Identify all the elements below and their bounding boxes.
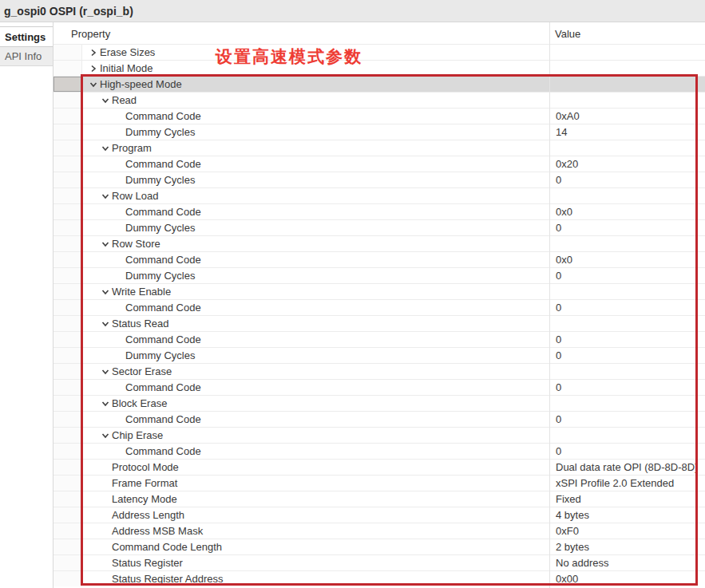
table-row[interactable]: Command Code0 bbox=[53, 443, 705, 459]
table-row[interactable]: Block Erase bbox=[53, 395, 705, 411]
row-gutter[interactable] bbox=[53, 236, 82, 251]
value-cell[interactable]: 0 bbox=[549, 268, 705, 283]
table-row[interactable]: Erase Sizes bbox=[53, 44, 705, 60]
chevron-down-icon[interactable] bbox=[101, 320, 110, 328]
table-row[interactable]: Command Code0x0 bbox=[53, 251, 705, 267]
table-row[interactable]: Dummy Cycles0 bbox=[53, 172, 705, 187]
table-row[interactable]: Status RegisterNo address bbox=[53, 554, 705, 570]
value-cell[interactable]: 0x0 bbox=[549, 204, 705, 219]
chevron-down-icon[interactable] bbox=[89, 81, 98, 89]
row-gutter[interactable] bbox=[53, 571, 82, 586]
chevron-down-icon[interactable] bbox=[101, 97, 110, 105]
table-row[interactable]: High-speed Mode bbox=[53, 76, 705, 92]
value-cell[interactable] bbox=[549, 364, 705, 379]
table-row[interactable]: Command Code0x0 bbox=[53, 203, 705, 219]
value-cell[interactable]: 0xA0 bbox=[549, 109, 705, 124]
value-cell[interactable]: 0x00 bbox=[549, 571, 705, 586]
value-cell[interactable] bbox=[549, 93, 705, 108]
value-cell[interactable]: 0 bbox=[549, 332, 705, 347]
row-gutter[interactable] bbox=[53, 412, 82, 427]
table-row[interactable]: Write Enable bbox=[53, 283, 705, 299]
table-row[interactable]: Status Read bbox=[53, 315, 705, 331]
row-gutter[interactable] bbox=[53, 220, 82, 235]
row-gutter[interactable] bbox=[53, 204, 82, 219]
table-row[interactable]: Latency ModeFixed bbox=[53, 491, 705, 507]
table-row[interactable]: Initial Mode bbox=[53, 60, 705, 76]
value-cell[interactable] bbox=[549, 428, 705, 443]
chevron-down-icon[interactable] bbox=[101, 240, 110, 248]
row-gutter[interactable] bbox=[53, 316, 82, 331]
row-gutter[interactable] bbox=[53, 460, 82, 475]
table-row[interactable]: Program bbox=[53, 140, 705, 156]
table-row[interactable]: Address Length4 bytes bbox=[53, 507, 705, 523]
value-cell[interactable]: 0 bbox=[549, 444, 705, 459]
value-cell[interactable] bbox=[549, 236, 705, 251]
row-gutter[interactable] bbox=[53, 555, 82, 570]
chevron-right-icon[interactable] bbox=[89, 49, 98, 57]
value-cell[interactable]: 14 bbox=[549, 124, 705, 140]
value-cell[interactable] bbox=[549, 188, 705, 203]
row-gutter[interactable] bbox=[53, 124, 82, 140]
chevron-down-icon[interactable] bbox=[101, 400, 110, 408]
value-cell[interactable] bbox=[549, 316, 705, 331]
table-row[interactable]: Row Store bbox=[53, 235, 705, 251]
value-cell[interactable]: No address bbox=[549, 555, 705, 570]
row-gutter[interactable] bbox=[53, 61, 82, 76]
table-row[interactable]: Command Code0 bbox=[53, 331, 705, 347]
table-row[interactable]: Command Code0 bbox=[53, 379, 705, 395]
row-gutter[interactable] bbox=[53, 332, 82, 347]
value-cell[interactable]: 0 bbox=[549, 300, 705, 315]
chevron-down-icon[interactable] bbox=[101, 432, 110, 440]
row-gutter[interactable] bbox=[53, 300, 82, 315]
chevron-down-icon[interactable] bbox=[101, 368, 110, 376]
row-gutter[interactable] bbox=[53, 523, 82, 539]
table-row[interactable]: Command Code Length2 bytes bbox=[53, 539, 705, 554]
row-gutter[interactable] bbox=[53, 476, 82, 491]
row-gutter[interactable] bbox=[53, 396, 82, 411]
table-row[interactable]: Command Code0x20 bbox=[53, 156, 705, 172]
table-row[interactable]: Dummy Cycles0 bbox=[53, 267, 705, 283]
value-cell[interactable]: 0 bbox=[549, 412, 705, 427]
value-cell[interactable] bbox=[549, 77, 705, 92]
column-separator[interactable] bbox=[549, 22, 550, 588]
value-cell[interactable]: 0 bbox=[549, 348, 705, 363]
row-gutter[interactable] bbox=[53, 380, 82, 395]
table-row[interactable]: Command Code0xA0 bbox=[53, 108, 705, 124]
row-gutter[interactable] bbox=[53, 252, 82, 267]
row-gutter[interactable] bbox=[53, 172, 82, 187]
value-cell[interactable]: Fixed bbox=[549, 491, 705, 507]
table-row[interactable]: Row Load bbox=[53, 187, 705, 203]
row-gutter[interactable] bbox=[53, 348, 82, 363]
value-cell[interactable]: Dual data rate OPI (8D-8D-8D) bbox=[549, 460, 705, 475]
value-cell[interactable]: 0x20 bbox=[549, 156, 705, 172]
row-gutter[interactable] bbox=[53, 507, 82, 523]
row-gutter[interactable] bbox=[53, 491, 82, 507]
table-row[interactable]: Dummy Cycles14 bbox=[53, 124, 705, 140]
table-row[interactable]: Address MSB Mask0xF0 bbox=[53, 523, 705, 539]
row-gutter[interactable] bbox=[53, 364, 82, 379]
tab-api-info[interactable]: API Info bbox=[0, 47, 53, 66]
row-gutter[interactable] bbox=[53, 140, 82, 156]
value-cell[interactable] bbox=[549, 284, 705, 299]
tab-settings[interactable]: Settings bbox=[0, 26, 53, 47]
value-cell[interactable]: xSPI Profile 2.0 Extended bbox=[549, 476, 705, 491]
table-row[interactable]: Status Register Address0x00 bbox=[53, 570, 705, 586]
value-cell[interactable]: 0 bbox=[549, 220, 705, 235]
row-gutter[interactable] bbox=[53, 444, 82, 459]
table-row[interactable]: Read bbox=[53, 92, 705, 108]
value-cell[interactable] bbox=[549, 45, 705, 60]
table-row[interactable]: Protocol ModeDual data rate OPI (8D-8D-8… bbox=[53, 459, 705, 475]
row-gutter[interactable] bbox=[53, 539, 82, 554]
value-cell[interactable]: 0x0 bbox=[549, 252, 705, 267]
row-gutter[interactable] bbox=[53, 45, 82, 60]
table-row[interactable]: Chip Erase bbox=[53, 427, 705, 443]
row-gutter[interactable] bbox=[53, 109, 82, 124]
table-row[interactable]: Frame FormatxSPI Profile 2.0 Extended bbox=[53, 475, 705, 491]
row-gutter[interactable] bbox=[53, 77, 82, 92]
row-gutter[interactable] bbox=[53, 188, 82, 203]
chevron-down-icon[interactable] bbox=[101, 288, 110, 296]
row-gutter[interactable] bbox=[53, 268, 82, 283]
chevron-right-icon[interactable] bbox=[89, 65, 98, 73]
table-row[interactable]: Dummy Cycles0 bbox=[53, 219, 705, 235]
chevron-down-icon[interactable] bbox=[101, 192, 110, 200]
